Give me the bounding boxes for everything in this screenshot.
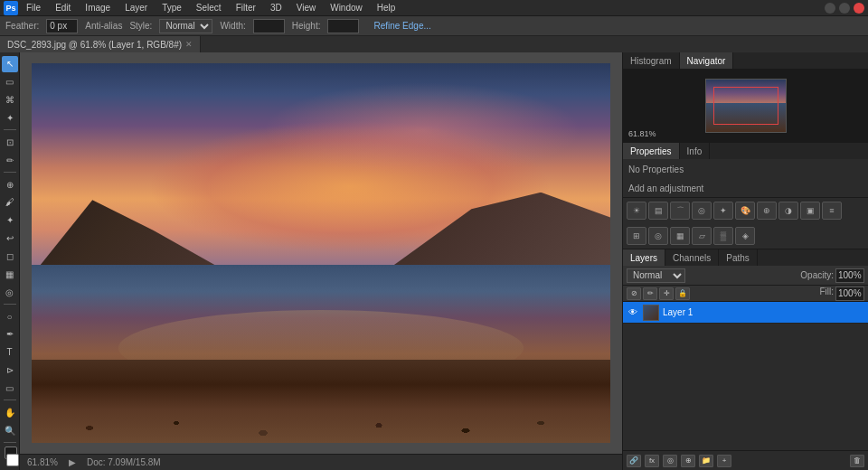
menu-image[interactable]: Image	[82, 2, 113, 14]
close-button[interactable]	[854, 3, 864, 14]
menu-help[interactable]: Help	[374, 2, 399, 14]
tool-separator-2	[4, 172, 16, 173]
adj-vibrance[interactable]: ✦	[713, 202, 733, 220]
doc-info: Doc: 7.09M/15.8M	[87, 457, 161, 467]
properties-content: No Properties	[623, 159, 868, 180]
clone-stamp-tool[interactable]: ✦	[2, 212, 18, 229]
eyedropper-tool[interactable]: ✏	[2, 152, 18, 168]
shore-rocks	[32, 360, 610, 443]
canvas-status-bar: 61.81% ▶ Doc: 7.09M/15.8M	[20, 454, 622, 470]
adj-gradient-map[interactable]: ▒	[713, 227, 733, 245]
lock-all-btn[interactable]: 🔒	[675, 287, 690, 300]
tab-paths[interactable]: Paths	[719, 249, 758, 266]
lasso-tool[interactable]: ⌘	[2, 92, 18, 108]
menu-type[interactable]: Type	[159, 2, 184, 14]
feather-label: Feather:	[5, 21, 39, 31]
canvas-wrapper[interactable]: NORMALNormalDissolveDARKENDarkenMultiply…	[20, 52, 622, 454]
tab-properties[interactable]: Properties	[623, 143, 680, 159]
menu-3d[interactable]: 3D	[268, 2, 285, 14]
background-color[interactable]	[6, 454, 19, 466]
workspace: ↖ ▭ ⌘ ✦ ⊡ ✏ ⊕ 🖌 ✦ ↩ ◻ ▦ ◎ ○ ✒ T ⊳ ▭ ✋ 🔍	[0, 52, 868, 470]
tab-histogram[interactable]: Histogram	[623, 52, 680, 69]
layer-style-btn[interactable]: fx	[645, 455, 659, 467]
quick-select-tool[interactable]: ✦	[2, 110, 18, 127]
width-input[interactable]	[253, 19, 285, 33]
type-tool[interactable]: T	[2, 344, 18, 361]
refine-edge-button[interactable]: Refine Edge...	[373, 21, 430, 31]
new-layer-btn[interactable]: +	[717, 455, 731, 467]
pen-tool[interactable]: ✒	[2, 326, 18, 343]
opacity-group: Opacity:	[800, 268, 864, 283]
menu-view[interactable]: View	[294, 2, 319, 14]
new-group-btn[interactable]: 📁	[699, 455, 713, 467]
document-tab[interactable]: DSC_2893.jpg @ 61.8% (Layer 1, RGB/8#) ✕	[0, 36, 201, 52]
gradient-tool[interactable]: ▦	[2, 266, 18, 282]
adj-channel-mixer[interactable]: ≡	[822, 202, 842, 220]
fill-input[interactable]	[835, 287, 864, 301]
delete-layer-btn[interactable]: 🗑	[850, 455, 864, 467]
tab-channels[interactable]: Channels	[665, 249, 719, 266]
menu-edit[interactable]: Edit	[52, 2, 73, 14]
menu-layer[interactable]: Layer	[122, 2, 150, 14]
blend-mode-select[interactable]: Normal	[627, 268, 685, 283]
tab-navigator[interactable]: Navigator	[680, 52, 734, 69]
shape-tool[interactable]: ▭	[2, 381, 18, 397]
layers-bottom-toolbar: 🔗 fx ◎ ⊕ 📁 + 🗑	[623, 450, 868, 470]
zoom-tool[interactable]: 🔍	[2, 422, 18, 438]
style-select[interactable]: Normal	[159, 19, 212, 33]
layers-tabs: Layers Channels Paths	[623, 249, 868, 266]
document-tab-close[interactable]: ✕	[185, 40, 193, 49]
link-layers-btn[interactable]: 🔗	[627, 455, 641, 467]
brush-tool[interactable]: 🖌	[2, 194, 18, 211]
adj-levels[interactable]: ▤	[648, 202, 668, 220]
adjustment-icons-row2: ⊞ ◎ ▦ ⏥ ▒ ◈	[623, 223, 868, 249]
eraser-tool[interactable]: ◻	[2, 249, 18, 265]
path-select-tool[interactable]: ⊳	[2, 362, 18, 379]
lock-image-btn[interactable]: ✏	[643, 287, 657, 300]
opacity-label: Opacity:	[800, 270, 834, 280]
history-brush-tool[interactable]: ↩	[2, 230, 18, 247]
right-panels: Histogram Navigator 61.81% Properties In…	[622, 52, 868, 470]
adj-color-lookup[interactable]: ⊞	[627, 227, 646, 245]
adj-color-balance[interactable]: ⊕	[757, 202, 777, 220]
new-fill-layer-btn[interactable]: ⊕	[681, 455, 695, 467]
menu-select[interactable]: Select	[193, 2, 224, 14]
style-label: Style:	[129, 21, 152, 31]
tool-separator-1	[4, 129, 16, 130]
marquee-tool[interactable]: ▭	[2, 74, 18, 90]
adj-selective-color[interactable]: ◈	[735, 227, 755, 245]
menu-filter[interactable]: Filter	[233, 2, 259, 14]
tab-info[interactable]: Info	[680, 143, 711, 159]
adj-invert[interactable]: ◎	[648, 227, 668, 245]
blur-tool[interactable]: ◎	[2, 284, 18, 300]
tab-layers[interactable]: Layers	[623, 249, 665, 266]
opacity-input[interactable]	[835, 268, 864, 283]
adj-threshold[interactable]: ⏥	[692, 227, 712, 245]
lock-position-btn[interactable]: ✛	[659, 287, 674, 300]
adj-brightness[interactable]: ☀	[627, 202, 646, 220]
adj-hue-sat[interactable]: 🎨	[735, 202, 755, 220]
menu-window[interactable]: Window	[327, 2, 365, 14]
maximize-button[interactable]	[839, 3, 850, 14]
adj-black-white[interactable]: ◑	[778, 202, 798, 220]
adj-exposure[interactable]: ◎	[692, 202, 712, 220]
spot-healing-tool[interactable]: ⊕	[2, 176, 18, 193]
adj-photo-filter[interactable]: ▣	[800, 202, 820, 220]
move-tool[interactable]: ↖	[2, 56, 18, 72]
menu-file[interactable]: File	[24, 2, 43, 14]
adj-posterize[interactable]: ▦	[670, 227, 690, 245]
hand-tool[interactable]: ✋	[2, 404, 18, 420]
layer-visibility-icon[interactable]: 👁	[628, 307, 637, 317]
adj-curves[interactable]: ⌒	[670, 202, 690, 220]
height-input[interactable]	[327, 19, 359, 33]
feather-input[interactable]	[46, 19, 78, 33]
lock-transparent-btn[interactable]: ⊘	[627, 287, 641, 300]
document-tab-bar: DSC_2893.jpg @ 61.8% (Layer 1, RGB/8#) ✕	[0, 36, 868, 52]
crop-tool[interactable]: ⊡	[2, 134, 18, 150]
dodge-tool[interactable]: ○	[2, 308, 18, 324]
layers-content: 👁 Layer 1	[623, 302, 868, 450]
layers-icon-row: ⊘ ✏ ✛ 🔒 Fill:	[623, 286, 868, 302]
minimize-button[interactable]	[825, 3, 835, 14]
layer-row[interactable]: 👁 Layer 1	[623, 302, 868, 324]
layer-mask-btn[interactable]: ◎	[663, 455, 677, 467]
